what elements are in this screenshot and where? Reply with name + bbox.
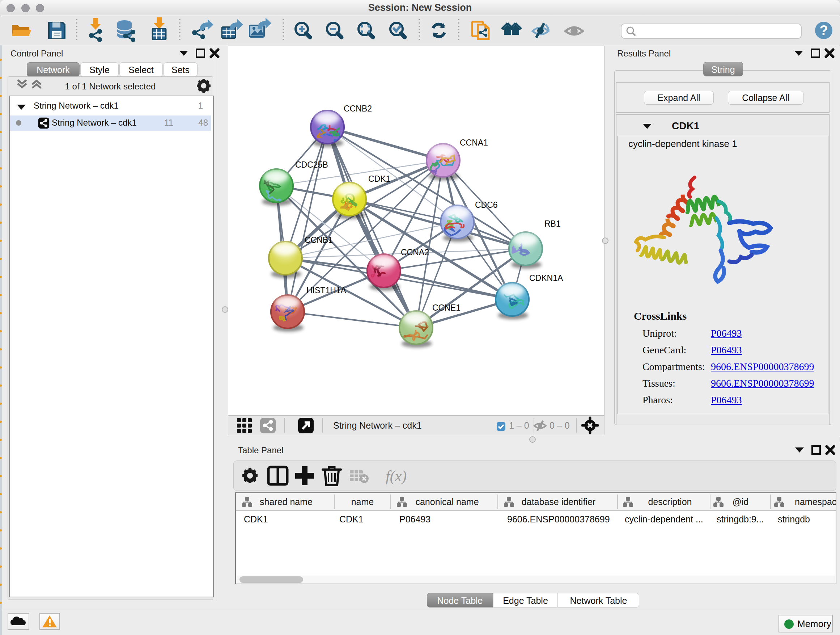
svg-text:1 – 0: 1 – 0 bbox=[509, 420, 529, 431]
svg-text:CCNB1: CCNB1 bbox=[305, 235, 333, 245]
svg-text:shared name: shared name bbox=[260, 497, 313, 507]
svg-text:description: description bbox=[648, 497, 692, 507]
svg-text:CDKN1A: CDKN1A bbox=[529, 273, 563, 283]
svg-text:CDC25B: CDC25B bbox=[295, 160, 328, 169]
svg-text:f(x): f(x) bbox=[386, 468, 407, 485]
svg-text:CCNB2: CCNB2 bbox=[344, 104, 372, 113]
svg-text:1 of 1 Network selected: 1 of 1 Network selected bbox=[65, 81, 156, 91]
svg-text:HIST1H1A: HIST1H1A bbox=[306, 286, 347, 295]
svg-text:canonical name: canonical name bbox=[415, 497, 478, 507]
svg-text:@id: @id bbox=[733, 497, 749, 507]
svg-text:database identifier: database identifier bbox=[522, 497, 595, 507]
svg-text:CCNA2: CCNA2 bbox=[401, 248, 429, 257]
svg-text:RB1: RB1 bbox=[545, 219, 561, 228]
svg-text:CDK1: CDK1 bbox=[368, 174, 390, 184]
svg-text:CDC6: CDC6 bbox=[475, 200, 498, 210]
svg-text:String Network – cdk1: String Network – cdk1 bbox=[333, 420, 422, 431]
svg-text:CCNE1: CCNE1 bbox=[432, 303, 461, 312]
svg-text:0 – 0: 0 – 0 bbox=[549, 420, 570, 431]
svg-text:namespac: namespac bbox=[795, 497, 836, 507]
svg-text:?: ? bbox=[819, 23, 828, 38]
svg-text:name: name bbox=[351, 497, 374, 507]
svg-text:CCNA1: CCNA1 bbox=[460, 138, 488, 147]
